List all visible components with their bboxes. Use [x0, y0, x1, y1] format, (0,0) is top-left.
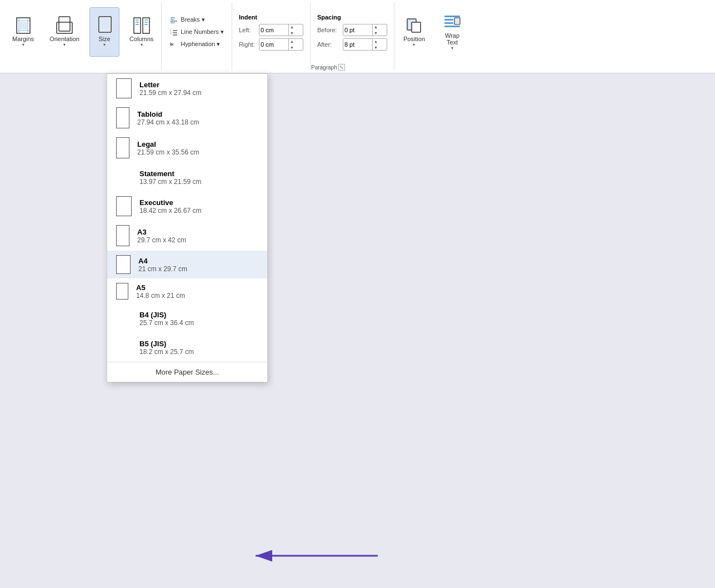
- spacing-after-up[interactable]: ▲: [373, 38, 379, 44]
- paper-preview-letter: [116, 78, 132, 98]
- dropdown-item-b4jis[interactable]: B4 (JIS)25.7 cm x 36.4 cm: [107, 304, 267, 333]
- item-name-letter: Letter: [139, 81, 201, 89]
- position-chevron: ▾: [413, 42, 415, 47]
- item-text-a5: A514.8 cm x 21 cm: [136, 283, 185, 300]
- indent-right-input[interactable]: [259, 39, 288, 50]
- indent-left-up[interactable]: ▲: [289, 24, 295, 30]
- indent-left-spinners: ▲ ▼: [288, 24, 295, 36]
- indent-left-input[interactable]: [259, 24, 288, 36]
- item-name-b5jis: B5 (JIS): [139, 340, 194, 348]
- paper-preview-statement: [116, 167, 132, 187]
- spacing-after-input[interactable]: [343, 39, 372, 50]
- dropdown-item-statement[interactable]: Statement13.97 cm x 21.59 cm: [107, 163, 267, 192]
- size-button[interactable]: Size ▾: [89, 7, 119, 57]
- item-name-a3: A3: [137, 228, 186, 236]
- item-dims-b4jis: 25.7 cm x 36.4 cm: [139, 319, 194, 327]
- item-dims-tabloid: 27.94 cm x 43.18 cm: [137, 118, 199, 126]
- paper-preview-b4jis: [116, 308, 132, 328]
- position-label: Position: [403, 36, 425, 42]
- svg-text:2: 2: [170, 32, 172, 35]
- spacing-before-input-container: ▲ ▼: [343, 24, 387, 36]
- ribbon: Margins ▾ Orientation ▾ Size: [0, 0, 715, 73]
- item-dims-executive: 18.42 cm x 26.67 cm: [139, 207, 201, 215]
- dropdown-item-b5jis[interactable]: B5 (JIS)18.2 cm x 25.7 cm: [107, 333, 267, 362]
- item-text-b5jis: B5 (JIS)18.2 cm x 25.7 cm: [139, 340, 194, 356]
- item-name-tabloid: Tabloid: [137, 110, 199, 118]
- position-icon: [405, 17, 423, 34]
- hyphenation-icon: a- bc: [169, 40, 178, 49]
- svg-rect-34: [444, 22, 453, 24]
- more-paper-sizes-button[interactable]: More Paper Sizes...: [107, 362, 267, 382]
- spacing-after-down[interactable]: ▼: [373, 44, 379, 51]
- margins-button[interactable]: Margins ▾: [7, 7, 39, 57]
- indent-right-row: Right: ▲ ▼: [239, 38, 303, 51]
- paragraph-dialog-launcher[interactable]: ⤡: [338, 64, 345, 71]
- svg-rect-9: [100, 18, 110, 31]
- item-text-statement: Statement13.97 cm x 21.59 cm: [139, 170, 201, 186]
- columns-chevron: ▾: [141, 42, 143, 47]
- paragraph-group-label: Paragraph ⤡: [311, 64, 345, 71]
- size-icon: [96, 17, 113, 34]
- dropdown-item-letter[interactable]: Letter21.59 cm x 27.94 cm: [107, 74, 267, 103]
- item-dims-a3: 29.7 cm x 42 cm: [137, 236, 186, 244]
- line-numbers-label: Line Numbers ▾: [181, 28, 224, 36]
- indent-left-down[interactable]: ▼: [289, 30, 295, 36]
- indent-right-label: Right:: [239, 41, 257, 48]
- dropdown-item-executive[interactable]: Executive18.42 cm x 26.67 cm: [107, 192, 267, 221]
- hyphenation-button[interactable]: a- bc Hyphenation ▾: [166, 39, 227, 50]
- dropdown-item-legal[interactable]: Legal21.59 cm x 35.56 cm: [107, 133, 267, 163]
- margins-label: Margins: [12, 36, 34, 42]
- spacing-after-label: After:: [317, 41, 341, 48]
- size-label: Size: [98, 36, 110, 42]
- orientation-button[interactable]: Orientation ▾: [44, 7, 85, 57]
- paper-preview-a4: [116, 255, 131, 274]
- indent-right-up[interactable]: ▲: [289, 38, 295, 44]
- item-name-legal: Legal: [137, 140, 199, 148]
- paper-preview-a5: [116, 283, 128, 300]
- spacing-before-up[interactable]: ▲: [373, 24, 379, 30]
- item-name-b4jis: B4 (JIS): [139, 311, 194, 319]
- item-name-a5: A5: [136, 283, 185, 292]
- spacing-before-row: Before: ▲ ▼: [317, 24, 387, 36]
- indent-right-input-container: ▲ ▼: [259, 38, 303, 51]
- svg-rect-31: [444, 16, 460, 17]
- columns-text: Columns: [129, 36, 153, 42]
- breaks-icon: [169, 16, 178, 24]
- item-dims-a5: 14.8 cm x 21 cm: [136, 292, 185, 300]
- columns-button[interactable]: Columns ▾: [124, 7, 159, 57]
- spacing-after-spinners: ▲ ▼: [372, 38, 379, 51]
- paper-preview-executive: [116, 196, 132, 216]
- svg-rect-5: [19, 22, 27, 29]
- indent-left-input-container: ▲ ▼: [259, 24, 303, 36]
- indent-label: Indent: [239, 14, 303, 21]
- dropdown-item-tabloid[interactable]: Tabloid27.94 cm x 43.18 cm: [107, 103, 267, 133]
- spacing-before-down[interactable]: ▼: [373, 30, 379, 36]
- wrap-text-chevron: ▾: [451, 46, 453, 51]
- margins-icon: [14, 17, 32, 34]
- wrap-text-area: WrapText ▾: [434, 2, 471, 71]
- size-dropdown: Letter21.59 cm x 27.94 cmTabloid27.94 cm…: [107, 73, 268, 382]
- wrap-text-button[interactable]: WrapText ▾: [438, 7, 466, 57]
- dropdown-item-a5[interactable]: A514.8 cm x 21 cm: [107, 278, 267, 304]
- position-area: Position ▾: [394, 2, 434, 71]
- position-button[interactable]: Position ▾: [399, 7, 429, 57]
- margins-chevron: ▾: [22, 42, 24, 47]
- dropdown-item-a3[interactable]: A329.7 cm x 42 cm: [107, 221, 267, 251]
- item-dims-letter: 21.59 cm x 27.94 cm: [139, 89, 201, 97]
- item-dims-legal: 21.59 cm x 35.56 cm: [137, 148, 199, 156]
- hyphenation-label: Hyphenation ▾: [181, 41, 220, 48]
- line-numbers-button[interactable]: 1 2 Line Numbers ▾: [166, 27, 227, 38]
- spacing-before-input[interactable]: [343, 24, 372, 36]
- svg-text:bc: bc: [170, 42, 174, 47]
- item-dims-b5jis: 18.2 cm x 25.7 cm: [139, 348, 194, 356]
- indent-group: Indent Left: ▲ ▼ Right: ▲ ▼: [232, 2, 311, 71]
- indent-left-row: Left: ▲ ▼: [239, 24, 303, 36]
- breaks-button[interactable]: Breaks ▾: [166, 14, 227, 26]
- spacing-after-input-container: ▲ ▼: [343, 38, 387, 51]
- size-chevron: ▾: [103, 42, 106, 47]
- svg-rect-33: [454, 18, 460, 24]
- dropdown-item-a4[interactable]: A421 cm x 29.7 cm: [107, 251, 267, 278]
- spacing-before-label: Before:: [317, 27, 341, 33]
- indent-right-down[interactable]: ▼: [289, 44, 295, 51]
- item-name-executive: Executive: [139, 198, 201, 207]
